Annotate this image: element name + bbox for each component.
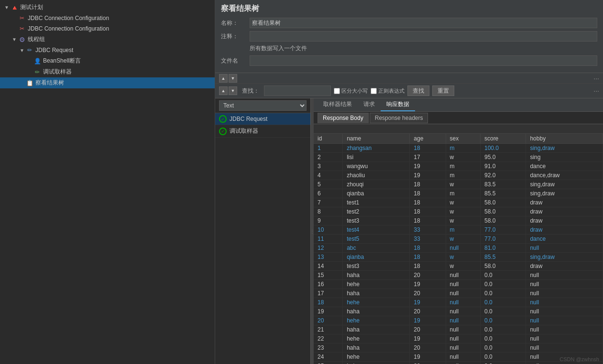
cell-name: test1 bbox=[343, 198, 410, 207]
search-down-btn[interactable]: ▼ bbox=[229, 86, 237, 95]
result-item-jdbc[interactable]: JDBC Request bbox=[215, 113, 310, 125]
cell-name: zhaoliu bbox=[343, 171, 410, 180]
case-sensitive-checkbox[interactable] bbox=[334, 88, 340, 94]
cell-hobby: draw bbox=[526, 207, 603, 216]
cell-score: 58.0 bbox=[480, 262, 526, 271]
cell-age: 18 bbox=[410, 216, 446, 225]
tab-sampler-result[interactable]: 取样器结果 bbox=[318, 98, 358, 111]
result-item-sampler[interactable]: 调试取样器 bbox=[215, 125, 310, 138]
sidebar-item-beanshell[interactable]: ▶ 👤 BeanShell断言 bbox=[0, 55, 215, 66]
cell-sex: m bbox=[446, 171, 480, 180]
cell-score: 0.0 bbox=[480, 334, 526, 343]
detail-panel: 取样器结果 请求 响应数据 Response Body Response hea… bbox=[314, 98, 603, 364]
cell-id: 10 bbox=[314, 225, 343, 235]
table-row: 2lisi17w95.0sing bbox=[314, 153, 603, 162]
regex-label[interactable]: 正则表达式 bbox=[371, 87, 405, 95]
sidebar-item-test-plan[interactable]: ▼ 🔺 测试计划 bbox=[0, 2, 215, 13]
cell-sex: null bbox=[446, 325, 480, 334]
comment-input[interactable] bbox=[250, 31, 597, 42]
cell-sex: null bbox=[446, 353, 480, 362]
cell-name: test4 bbox=[343, 225, 410, 235]
config-panel: 察看结果树 名称： 注释： 所有数据写入一个文件 文件名 bbox=[215, 0, 603, 73]
cell-id: 5 bbox=[314, 180, 343, 189]
cell-age: 19 bbox=[410, 171, 446, 180]
cell-score: 0.0 bbox=[480, 280, 526, 289]
sidebar-item-thread-group[interactable]: ▼ ⚙ 线程组 bbox=[0, 34, 215, 45]
data-table-container[interactable]: id name age sex score hobby 1zhangsan18m… bbox=[314, 134, 603, 364]
cell-sex: m bbox=[446, 225, 480, 235]
tab-request[interactable]: 请求 bbox=[358, 98, 381, 111]
cell-sex: null bbox=[446, 343, 480, 353]
data-table: id name age sex score hobby 1zhangsan18m… bbox=[314, 134, 603, 364]
table-row: 10test433m77.0draw bbox=[314, 225, 603, 235]
nav-btns: ▲ ▼ bbox=[219, 74, 237, 83]
cell-score: 100.0 bbox=[480, 144, 526, 153]
case-sensitive-label[interactable]: 区分大小写 bbox=[334, 87, 368, 95]
sidebar-item-jdbc-conn-1[interactable]: ▶ ✂ JDBC Connection Configuration bbox=[0, 13, 215, 23]
cell-id: 21 bbox=[314, 325, 343, 334]
search-bar: ▲ ▼ 查找： 区分大小写 正则表达式 查找 重置 ··· bbox=[215, 84, 603, 98]
regex-checkbox[interactable] bbox=[371, 88, 377, 94]
cell-id: 6 bbox=[314, 189, 343, 198]
search-input[interactable] bbox=[264, 86, 331, 96]
filename-label: 文件名 bbox=[221, 57, 250, 65]
table-row: 3wangwu19m91.0dance bbox=[314, 162, 603, 171]
response-headers-tab[interactable]: Response headers bbox=[370, 113, 428, 123]
cell-name: hehe bbox=[343, 280, 410, 289]
sidebar-item-jdbc-request[interactable]: ▼ ✏ JDBC Request bbox=[0, 45, 215, 55]
cell-id: 24 bbox=[314, 353, 343, 362]
cell-hobby: null bbox=[526, 325, 603, 334]
cell-score: 0.0 bbox=[480, 343, 526, 353]
cell-name: test3 bbox=[343, 216, 410, 225]
jdbc-request-icon: ✏ bbox=[26, 46, 33, 54]
result-items: JDBC Request 调试取样器 bbox=[215, 113, 310, 364]
sidebar-item-jdbc-conn-2[interactable]: ▶ ✂ JDBC Connection Configuration bbox=[0, 23, 215, 34]
search-up-btn[interactable]: ▲ bbox=[219, 86, 228, 95]
table-row: 9test318w58.0draw bbox=[314, 216, 603, 225]
up-btn[interactable]: ▲ bbox=[219, 74, 228, 83]
cell-id: 19 bbox=[314, 307, 343, 316]
cell-id: 23 bbox=[314, 343, 343, 353]
down-btn[interactable]: ▼ bbox=[229, 74, 237, 83]
name-input[interactable] bbox=[250, 18, 597, 28]
table-row: 18hehe19null0.0null bbox=[314, 298, 603, 307]
cell-name: test5 bbox=[343, 235, 410, 244]
col-hobby: hobby bbox=[526, 134, 603, 144]
cell-hobby: draw bbox=[526, 198, 603, 207]
sidebar-item-sampler[interactable]: ▶ ✏ 调试取样器 bbox=[0, 66, 215, 77]
tab-response-data[interactable]: 响应数据 bbox=[381, 98, 415, 111]
filename-input[interactable] bbox=[250, 55, 597, 66]
success-icon bbox=[219, 115, 227, 123]
cell-age: 20 bbox=[410, 271, 446, 280]
cell-sex: m bbox=[446, 189, 480, 198]
more-icon[interactable]: ··· bbox=[593, 75, 599, 82]
name-row: 名称： bbox=[221, 18, 597, 28]
cell-age: 17 bbox=[410, 153, 446, 162]
cell-sex: w bbox=[446, 207, 480, 216]
cell-age: 20 bbox=[410, 325, 446, 334]
sidebar-item-label: BeanShell断言 bbox=[43, 57, 81, 65]
cell-age: 20 bbox=[410, 289, 446, 298]
sidebar-item-result-tree[interactable]: ▶ 📋 察看结果树 bbox=[0, 77, 215, 88]
table-row: 6qianba18m85.5sing,draw bbox=[314, 189, 603, 198]
cell-sex: w bbox=[446, 262, 480, 271]
comment-label: 注释： bbox=[221, 32, 250, 41]
table-row: 7test118w58.0draw bbox=[314, 198, 603, 207]
cell-age: 18 bbox=[410, 180, 446, 189]
response-body-tab[interactable]: Response Body bbox=[318, 113, 369, 123]
cell-hobby: null bbox=[526, 316, 603, 325]
type-dropdown[interactable]: Text XML JSON HTML RegExp Tester bbox=[219, 100, 307, 111]
cell-score: 0.0 bbox=[480, 307, 526, 316]
cell-score: 0.0 bbox=[480, 325, 526, 334]
cell-id: 25 bbox=[314, 362, 343, 364]
cell-score: 91.0 bbox=[480, 162, 526, 171]
more-icon-2[interactable]: ··· bbox=[593, 87, 599, 95]
cell-age: 20 bbox=[410, 362, 446, 364]
result-list-toolbar: Text XML JSON HTML RegExp Tester bbox=[215, 98, 310, 113]
table-row: 4zhaoliu19m92.0dance,draw bbox=[314, 171, 603, 180]
cell-hobby: null bbox=[526, 271, 603, 280]
find-btn[interactable]: 查找 bbox=[407, 86, 429, 96]
cell-age: 18 bbox=[410, 207, 446, 216]
cell-sex: null bbox=[446, 289, 480, 298]
reset-btn[interactable]: 重置 bbox=[432, 86, 454, 96]
